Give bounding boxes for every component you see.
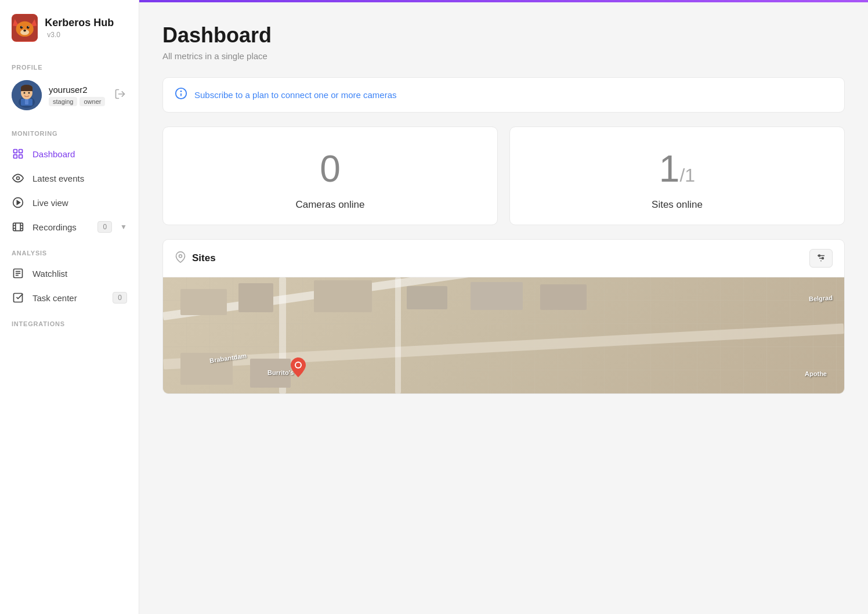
main-content: Dashboard All metrics in a single place … [139,0,868,614]
analysis-section-label: ANALYSIS [0,239,139,261]
sidebar-label-dashboard: Dashboard [32,149,127,159]
info-banner-text: Subscribe to a plan to connect one or mo… [194,90,397,100]
svg-point-46 [819,255,820,257]
play-circle-icon [12,196,24,209]
sidebar-item-recordings[interactable]: Recordings 0 ▼ [0,215,139,239]
map-label-burritos: Burrito's [267,369,294,376]
svg-rect-16 [21,88,32,91]
svg-point-8 [21,26,23,27]
svg-rect-21 [19,150,23,153]
sidebar-label-latest-events: Latest events [32,174,127,183]
sites-filter-button[interactable] [809,249,833,268]
svg-rect-20 [14,150,17,153]
svg-point-24 [17,177,20,180]
sites-online-label: Sites online [652,199,703,211]
map-label-belgrade: Belgrad [809,294,833,302]
sidebar: Kerberos Hub v3.0 PROFILE [0,0,139,614]
sites-online-value: 1/1 [659,150,695,187]
task-icon [12,291,24,304]
page-subtitle: All metrics in a single place [162,51,845,61]
svg-marker-26 [17,201,20,205]
logo-area: Kerberos Hub v3.0 [0,0,139,53]
sidebar-item-dashboard[interactable]: Dashboard [0,142,139,166]
sidebar-label-recordings: Recordings [32,222,89,232]
app-version: v3.0 [47,31,60,39]
avatar [12,80,42,110]
map-pin [291,357,306,377]
profile-block: youruser2 staging owner [0,75,139,120]
recordings-badge: 0 [97,221,112,233]
recordings-chevron-icon: ▼ [120,223,127,231]
sites-card: Sites [162,239,845,394]
svg-point-6 [20,26,23,29]
badge-owner: owner [79,97,105,106]
svg-point-18 [28,92,30,94]
profile-badges: staging owner [49,97,105,106]
task-center-badge: 0 [113,292,127,304]
svg-rect-22 [14,155,17,158]
cameras-online-label: Cameras online [295,199,364,211]
sites-header: Sites [163,240,844,277]
badge-staging: staging [49,97,77,106]
svg-rect-27 [13,223,23,230]
cameras-online-value: 0 [320,150,341,187]
profile-section-label: PROFILE [0,53,139,75]
map-container: Brabantdam Belgrad Burrito's Apothe [163,277,844,393]
svg-point-47 [822,258,824,259]
list-icon [12,267,24,280]
logout-button[interactable] [112,86,128,105]
app-title: Kerberos Hub [45,17,114,28]
dashboard-icon [12,147,24,160]
page-title: Dashboard [162,23,845,48]
sidebar-label-task-center: Task center [32,293,104,303]
profile-name: youruser2 [49,85,105,95]
svg-point-49 [296,363,301,367]
info-banner: Subscribe to a plan to connect one or mo… [162,77,845,113]
sidebar-item-watchlist[interactable]: Watchlist [0,261,139,286]
metrics-row: 0 Cameras online 1/1 Sites online [162,127,845,225]
film-icon [12,221,24,233]
logo-icon [12,14,38,42]
sites-online-card: 1/1 Sites online [509,127,845,225]
pin-icon [175,251,186,266]
monitoring-section-label: MONITORING [0,120,139,142]
svg-rect-13 [25,99,28,104]
sites-section-title: Sites [192,252,804,264]
svg-point-9 [28,26,29,27]
svg-point-7 [27,26,30,29]
sidebar-item-live-view[interactable]: Live view [0,190,139,215]
sidebar-label-watchlist: Watchlist [32,269,127,279]
svg-rect-38 [14,294,23,302]
cameras-online-card: 0 Cameras online [162,127,498,225]
svg-point-5 [23,30,26,31]
map-label-apothe: Apothe [805,370,827,377]
profile-info: youruser2 staging owner [49,85,105,106]
svg-point-42 [179,254,182,257]
integrations-section-label: INTEGRATIONS [0,310,139,332]
sidebar-item-latest-events[interactable]: Latest events [0,166,139,190]
content-area: Dashboard All metrics in a single place … [139,2,868,614]
svg-point-17 [24,92,26,94]
svg-rect-23 [19,155,23,158]
sidebar-label-live-view: Live view [32,198,127,208]
map-background: Brabantdam Belgrad Burrito's Apothe [163,277,844,393]
info-icon [175,87,187,103]
eye-icon [12,172,24,185]
sidebar-item-task-center[interactable]: Task center 0 [0,286,139,310]
